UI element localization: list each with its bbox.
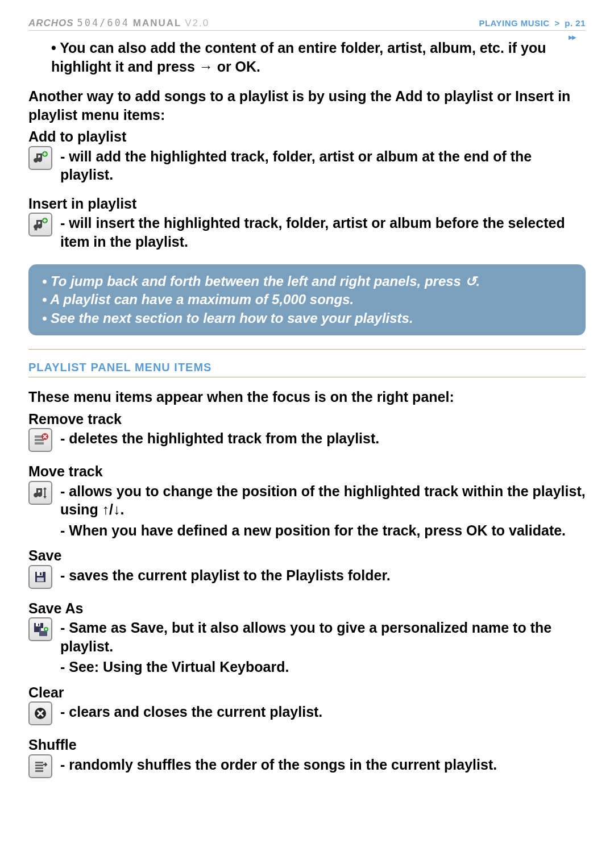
move-track-row: allows you to change the position of the… [28, 482, 586, 519]
saveas-row: Same as Save, but it also allows you to … [28, 618, 586, 655]
save-icon [28, 565, 52, 589]
save-desc: saves the current playlist to the Playli… [60, 566, 586, 585]
svg-rect-4 [35, 442, 44, 445]
save-title: Save [28, 546, 586, 565]
playlist-panel-menu-title: PLAYLIST PANEL MENU ITEMS [28, 360, 586, 375]
breadcrumb-sep: > [554, 18, 559, 28]
svg-rect-10 [37, 578, 44, 582]
svg-rect-9 [40, 572, 42, 575]
breadcrumb: PLAYING MUSIC > p. 21 [479, 18, 586, 28]
saveas-desc-1: Same as Save, but it also allows you to … [60, 618, 586, 655]
svg-rect-6 [44, 489, 45, 496]
manual-label: MANUAL [133, 18, 182, 28]
shuffle-icon [28, 754, 52, 778]
remove-track-icon [28, 428, 52, 452]
logo-block: ARCHOS 504/604 MANUAL V2.0 [28, 17, 209, 29]
move-track-desc-1: allows you to change the position of the… [60, 482, 586, 519]
version-label: V2.0 [185, 18, 209, 28]
svg-rect-18 [35, 762, 43, 763]
breadcrumb-section: PLAYING MUSIC [479, 18, 549, 28]
clear-row: clears and closes the current playlist. [28, 703, 586, 725]
add-to-playlist-icon [28, 146, 52, 170]
insert-in-playlist-desc: will insert the highlighted track, folde… [60, 214, 586, 251]
add-to-playlist-title: Add to playlist [28, 127, 586, 146]
shuffle-desc: randomly shuffles the order of the songs… [60, 755, 586, 774]
shuffle-row: randomly shuffles the order of the songs… [28, 755, 586, 778]
add-to-playlist-desc: will add the highlighted track, folder, … [60, 147, 586, 184]
section-divider-bottom [28, 377, 586, 377]
clear-desc: clears and closes the current playlist. [60, 703, 586, 721]
top-bullet: You can also add the content of an entir… [51, 39, 586, 76]
insert-in-playlist-icon [28, 213, 52, 236]
move-track-desc-2: When you have defined a new position for… [60, 521, 586, 540]
svg-rect-21 [35, 770, 43, 772]
another-way-para: Another way to add songs to a playlist i… [28, 87, 586, 124]
brand-name: ARCHOS [28, 18, 74, 28]
breadcrumb-page: p. 21 [565, 18, 586, 28]
tips-callout: To jump back and forth between the left … [28, 264, 586, 335]
callout-line-1: To jump back and forth between the left … [42, 272, 572, 290]
callout-line-3: See the next section to learn how to sav… [42, 309, 572, 327]
insert-in-playlist-title: Insert in playlist [28, 194, 586, 213]
page-forward-icon: ▶▶ [569, 34, 575, 40]
move-track-icon [28, 481, 52, 505]
remove-track-row: deletes the highlighted track from the p… [28, 429, 586, 452]
section-divider [28, 349, 586, 350]
callout-line-2: A playlist can have a maximum of 5,000 s… [42, 290, 572, 309]
page-header: ARCHOS 504/604 MANUAL V2.0 PLAYING MUSIC… [28, 17, 586, 31]
svg-rect-19 [35, 765, 43, 766]
remove-track-title: Remove track [28, 410, 586, 429]
save-row: saves the current playlist to the Playli… [28, 566, 586, 589]
svg-rect-3 [35, 439, 44, 441]
add-to-playlist-row: will add the highlighted track, folder, … [28, 147, 586, 184]
section2-intro: These menu items appear when the focus i… [28, 388, 586, 406]
svg-rect-20 [35, 767, 43, 769]
saveas-desc-2: See: Using the Virtual Keyboard. [60, 658, 586, 676]
saveas-icon [28, 617, 52, 641]
clear-icon [28, 701, 52, 725]
page-content: You can also add the content of an entir… [28, 39, 586, 778]
saveas-title: Save As [28, 599, 586, 618]
shuffle-title: Shuffle [28, 736, 586, 754]
model-name: 504/604 [77, 17, 130, 28]
move-track-title: Move track [28, 462, 586, 481]
svg-rect-13 [38, 624, 39, 626]
clear-title: Clear [28, 683, 586, 702]
remove-track-desc: deletes the highlighted track from the p… [60, 429, 586, 448]
insert-in-playlist-row: will insert the highlighted track, folde… [28, 214, 586, 251]
